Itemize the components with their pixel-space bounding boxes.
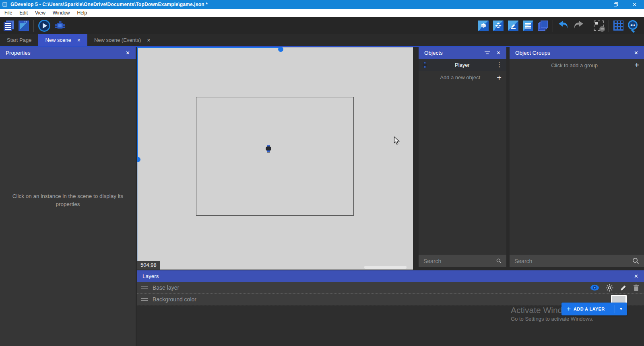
- bottom-scrollbar-thumb[interactable]: [364, 266, 407, 269]
- toggle-layers-panel-icon[interactable]: [538, 21, 548, 31]
- vertical-scroll-thumb[interactable]: [137, 157, 140, 162]
- toggle-object-groups-panel-icon[interactable]: [493, 21, 504, 31]
- properties-empty-message: Click on an instance in the scene to dis…: [7, 192, 128, 208]
- object-menu-icon[interactable]: ⋮: [496, 61, 502, 68]
- properties-header: Properties ✕: [0, 47, 136, 59]
- horizontal-scroll-thumb[interactable]: [278, 47, 283, 52]
- object-row-player[interactable]: Player ⋮: [419, 59, 506, 71]
- start-page-icon[interactable]: [19, 21, 29, 31]
- layer-name: Base layer: [153, 284, 179, 291]
- tab-bar: Start Page New scene × New scene (Events…: [0, 34, 644, 46]
- toggle-instances-list-icon[interactable]: [523, 21, 533, 31]
- add-object-label: Add a new object: [423, 74, 497, 80]
- debug-icon[interactable]: [55, 21, 65, 31]
- close-object-groups-icon[interactable]: ✕: [634, 50, 638, 56]
- redo-icon[interactable]: [573, 20, 584, 32]
- close-window-button[interactable]: ✕: [625, 0, 644, 9]
- add-group-plus-icon[interactable]: +: [634, 61, 639, 69]
- gdevelop-logo-icon: [2, 2, 7, 7]
- add-layer-label: ADD A LAYER: [574, 307, 605, 311]
- properties-panel: Properties ✕ Click on an instance in the…: [0, 47, 136, 346]
- object-groups-title: Object Groups: [515, 50, 550, 56]
- title-bar: GDevelop 5 - C:\Users\Sparkle\OneDrive\D…: [0, 0, 644, 9]
- scene-canvas[interactable]: 504;98: [137, 47, 413, 270]
- game-window-bounds: [196, 97, 354, 216]
- menu-view[interactable]: View: [31, 9, 49, 17]
- restore-button[interactable]: [606, 0, 625, 9]
- add-layer-button[interactable]: + ADD A LAYER ▼: [561, 303, 627, 315]
- filter-icon[interactable]: [484, 51, 490, 54]
- toolbar-separator: [609, 20, 609, 32]
- toolbar: 1:1: [0, 17, 644, 34]
- groups-search-input[interactable]: [514, 258, 632, 264]
- menu-file[interactable]: File: [1, 9, 16, 17]
- visibility-eye-icon[interactable]: [590, 284, 599, 291]
- layers-title: Layers: [142, 273, 159, 279]
- objects-search-bar: [419, 255, 506, 267]
- tab-start-page[interactable]: Start Page: [0, 34, 38, 46]
- close-tab-icon[interactable]: ×: [147, 37, 150, 43]
- search-icon: [496, 257, 502, 264]
- add-layer-dropdown-icon[interactable]: ▼: [615, 307, 627, 311]
- close-layers-icon[interactable]: ✕: [634, 273, 638, 279]
- undo-icon[interactable]: [557, 20, 569, 32]
- minimize-button[interactable]: –: [587, 0, 606, 9]
- objects-header: Objects ✕: [419, 47, 506, 59]
- toolbar-separator: [553, 20, 553, 32]
- close-tab-icon[interactable]: ×: [77, 37, 80, 43]
- toggle-properties-panel-icon[interactable]: [508, 21, 518, 31]
- player-instance[interactable]: [266, 145, 271, 152]
- layer-effects-icon[interactable]: [606, 284, 613, 292]
- menu-edit[interactable]: Edit: [16, 9, 31, 17]
- player-thumbnail: [423, 62, 427, 68]
- tab-new-scene-events[interactable]: New scene (Events) ×: [87, 34, 157, 46]
- menu-bar: File Edit View Window Help: [0, 9, 644, 17]
- add-object-row[interactable]: Add a new object +: [419, 71, 506, 84]
- plus-icon: +: [567, 305, 571, 313]
- close-objects-icon[interactable]: ✕: [496, 50, 501, 56]
- groups-search-bar: [510, 255, 644, 267]
- project-manager-icon[interactable]: [4, 21, 14, 31]
- search-icon: [632, 257, 639, 264]
- drag-handle-icon[interactable]: [141, 286, 148, 289]
- minimize-icon: –: [595, 2, 598, 8]
- preview-play-button[interactable]: [38, 20, 50, 32]
- layers-header: Layers ✕: [137, 270, 644, 282]
- drag-handle-icon[interactable]: [141, 298, 148, 301]
- objects-title: Objects: [424, 50, 443, 56]
- toolbar-separator: [33, 20, 34, 32]
- tab-new-scene[interactable]: New scene ×: [38, 34, 87, 46]
- menu-help[interactable]: Help: [74, 9, 91, 17]
- toolbar-separator: [589, 20, 589, 32]
- layers-panel: Layers ✕ Base layer: [137, 270, 644, 346]
- close-properties-icon[interactable]: ✕: [126, 50, 130, 56]
- add-object-plus-icon[interactable]: +: [497, 74, 502, 82]
- layer-row-base[interactable]: Base layer: [137, 282, 644, 294]
- layer-name: Background color: [153, 296, 196, 303]
- clear-selection-icon[interactable]: [594, 21, 604, 31]
- toggle-objects-panel-icon[interactable]: [478, 21, 489, 31]
- edit-layer-pencil-icon[interactable]: [620, 284, 627, 291]
- object-groups-panel: Object Groups ✕ Click to add a group +: [510, 47, 644, 267]
- delete-layer-trash-icon[interactable]: [633, 284, 639, 291]
- cursor-coordinates: 504;98: [137, 261, 160, 270]
- properties-title: Properties: [6, 50, 31, 56]
- menu-window[interactable]: Window: [49, 9, 74, 17]
- object-name: Player: [428, 62, 496, 68]
- zoom-original-icon[interactable]: 1:1: [628, 20, 639, 31]
- restore-icon: [614, 2, 618, 6]
- add-group-row[interactable]: Click to add a group +: [510, 59, 644, 72]
- activate-windows-subtext: Go to Settings to activate Windows.: [511, 316, 593, 322]
- objects-search-input[interactable]: [423, 258, 496, 264]
- close-icon: ✕: [632, 2, 637, 8]
- window-title: GDevelop 5 - C:\Users\Sparkle\OneDrive\D…: [10, 2, 208, 7]
- add-group-label: Click to add a group: [514, 62, 634, 68]
- objects-panel: Objects ✕ Player ⋮ Add a new object +: [419, 47, 506, 267]
- grid-icon[interactable]: [613, 21, 623, 31]
- object-groups-header: Object Groups ✕: [510, 47, 644, 59]
- mouse-cursor: [394, 136, 400, 147]
